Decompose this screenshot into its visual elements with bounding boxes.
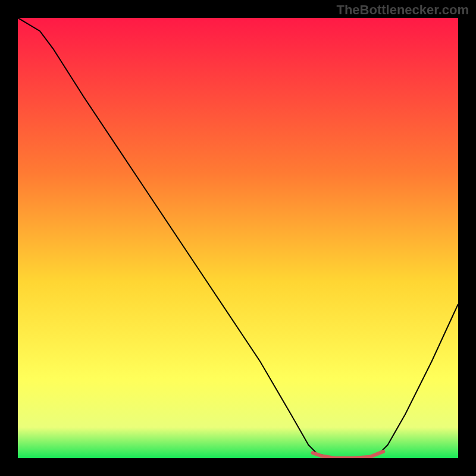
chart-curves	[18, 18, 458, 458]
bottleneck-curve	[18, 18, 458, 458]
chart-plot-area	[18, 18, 458, 458]
optimal-flat-highlight	[313, 452, 383, 458]
watermark: TheBottlenecker.com	[336, 2, 469, 18]
